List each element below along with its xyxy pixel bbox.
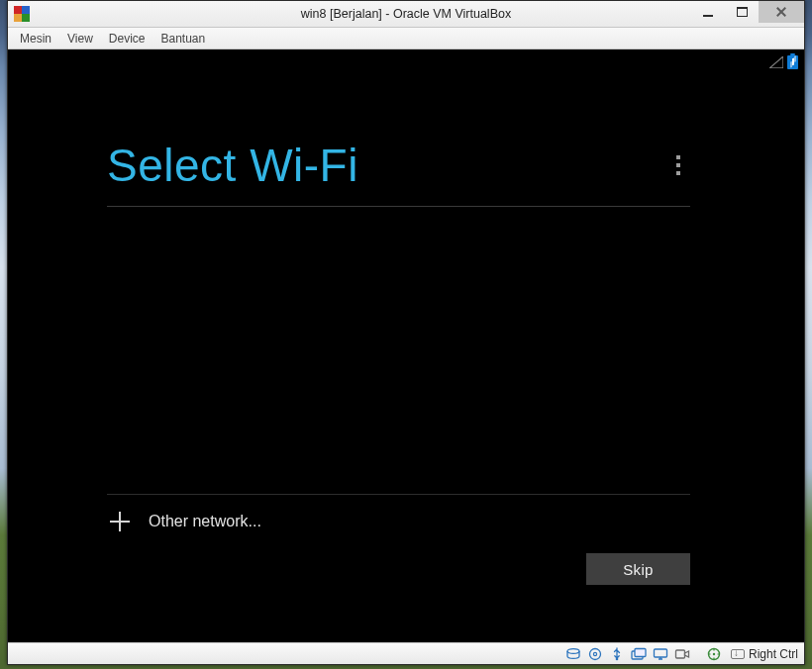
- close-button[interactable]: [759, 1, 804, 23]
- host-key-label: Right Ctrl: [749, 647, 798, 661]
- dot-icon: [676, 171, 680, 175]
- harddisk-activity-icon[interactable]: [564, 645, 582, 663]
- svg-rect-5: [635, 648, 646, 656]
- maximize-button[interactable]: [725, 1, 759, 23]
- dot-icon: [676, 163, 680, 167]
- display-icon[interactable]: [652, 645, 669, 663]
- guest-screen[interactable]: Select Wi-Fi Other network... Skip: [8, 49, 804, 642]
- window-title: win8 [Berjalan] - Oracle VM VirtualBox: [8, 7, 804, 21]
- other-network-label: Other network...: [149, 513, 261, 530]
- svg-rect-7: [675, 650, 684, 658]
- menu-help[interactable]: Bantuan: [153, 30, 214, 48]
- other-network-row[interactable]: Other network...: [107, 495, 690, 532]
- menu-device[interactable]: Device: [101, 30, 153, 48]
- svg-point-1: [589, 648, 600, 659]
- host-key-indicator[interactable]: Right Ctrl: [731, 647, 798, 661]
- battery-charging-icon: [787, 55, 798, 69]
- guest-status-tray: [769, 55, 798, 69]
- shared-folders-icon[interactable]: [630, 645, 648, 663]
- menu-view[interactable]: View: [59, 30, 101, 48]
- virtualbox-statusbar: Right Ctrl: [8, 642, 804, 664]
- minimize-button[interactable]: [691, 1, 725, 23]
- skip-button[interactable]: Skip: [586, 553, 690, 585]
- menubar: Mesin View Device Bantuan: [8, 28, 804, 49]
- page-title: Select Wi-Fi: [107, 139, 358, 192]
- optical-drive-icon[interactable]: [586, 645, 604, 663]
- window-titlebar[interactable]: win8 [Berjalan] - Oracle VM VirtualBox: [8, 1, 804, 28]
- usb-icon[interactable]: [608, 645, 626, 663]
- dot-icon: [676, 155, 680, 159]
- skip-button-label: Skip: [623, 561, 653, 578]
- svg-point-0: [567, 648, 579, 653]
- menu-machine[interactable]: Mesin: [12, 30, 59, 48]
- video-capture-icon[interactable]: [673, 645, 691, 663]
- keyboard-icon: [731, 649, 745, 659]
- guest-additions-icon[interactable]: [705, 645, 723, 663]
- virtualbox-window: win8 [Berjalan] - Oracle VM VirtualBox M…: [7, 0, 805, 665]
- cellular-signal-icon: [769, 56, 783, 68]
- virtualbox-app-icon: [14, 6, 30, 22]
- window-controls: [691, 1, 804, 27]
- wifi-setup-panel: Select Wi-Fi Other network... Skip: [107, 139, 690, 583]
- plus-icon: [109, 511, 131, 532]
- svg-rect-6: [654, 649, 666, 657]
- svg-point-2: [593, 652, 596, 655]
- overflow-menu-button[interactable]: [666, 147, 690, 183]
- header-divider: [107, 206, 690, 207]
- svg-point-3: [616, 657, 619, 660]
- svg-point-9: [713, 652, 715, 654]
